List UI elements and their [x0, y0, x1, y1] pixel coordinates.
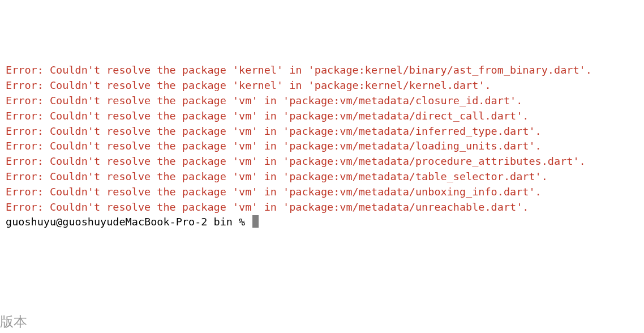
error-line: Error: Couldn't resolve the package 'vm'…	[6, 140, 542, 152]
error-line: Error: Couldn't resolve the package 'vm'…	[6, 201, 529, 213]
background-text: 版本	[0, 312, 27, 332]
shell-prompt: guoshuyu@guoshuyudeMacBook-Pro-2 bin %	[6, 216, 251, 228]
error-line: Error: Couldn't resolve the package 'vm'…	[6, 110, 529, 122]
error-line: Error: Couldn't resolve the package 'vm'…	[6, 186, 542, 198]
cursor-icon	[252, 215, 259, 228]
error-line: Error: Couldn't resolve the package 'vm'…	[6, 125, 542, 137]
error-line: Error: Couldn't resolve the package 'ker…	[6, 79, 491, 91]
terminal-output[interactable]: Error: Couldn't resolve the package 'ker…	[6, 63, 638, 230]
error-line: Error: Couldn't resolve the package 'ker…	[6, 64, 592, 76]
error-line: Error: Couldn't resolve the package 'vm'…	[6, 155, 586, 167]
error-line: Error: Couldn't resolve the package 'vm'…	[6, 170, 548, 182]
error-line: Error: Couldn't resolve the package 'vm'…	[6, 95, 522, 106]
